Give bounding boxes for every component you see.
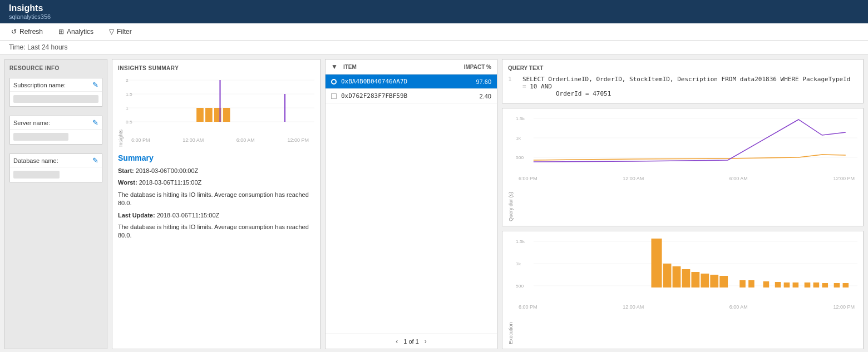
subscription-field: Subscription name: ✎: [9, 78, 102, 107]
chart-x-label-3: 6:00 AM: [236, 137, 255, 143]
main-layout: RESOURCE INFO Subscription name: ✎ Serve…: [0, 54, 868, 352]
svg-rect-41: [813, 282, 820, 287]
analytics-icon: ⊞: [58, 28, 64, 36]
svg-text:1.5k: 1.5k: [516, 239, 525, 244]
summary-section: Summary Start: 2018-03-06T00:00:00Z Wors…: [118, 151, 314, 246]
query-duration-chart: 1.5k 1k 500 6:00 PM 12:00 AM 6:00 AM 12:…: [516, 113, 857, 221]
toolbar: ↺ Refresh ⊞ Analytics ▽ Filter: [0, 23, 868, 41]
summary-worst: Worst: 2018-03-06T11:15:00Z: [118, 179, 314, 187]
svg-rect-42: [822, 283, 828, 287]
app-header: Insights sqlanalytics356: [0, 0, 868, 23]
svg-rect-8: [196, 108, 204, 122]
query-lines: SELECT OrderLineID, OrderID, StockItemID…: [522, 76, 857, 97]
svg-rect-34: [739, 280, 746, 287]
middle-panel: INSIGHTS SUMMARY Insights 2 1.5: [112, 59, 320, 349]
summary-desc1: The database is hitting its IO limits. A…: [118, 191, 314, 208]
items-header: ▼ ITEM IMPACT %: [326, 60, 497, 75]
svg-rect-36: [763, 281, 770, 287]
row-name: 0xD762F283F7FBF59B: [341, 92, 463, 100]
summary-title: Summary: [118, 153, 314, 162]
items-col-item: ITEM: [343, 64, 447, 70]
insights-panel: INSIGHTS SUMMARY Insights 2 1.5: [112, 59, 320, 349]
svg-rect-43: [834, 283, 840, 287]
query-text-content: 1 SELECT OrderLineID, OrderID, StockItem…: [508, 76, 857, 97]
svg-rect-38: [784, 282, 790, 287]
row-impact: 2.40: [463, 93, 491, 100]
chart-x-label-2: 12:00 AM: [183, 137, 204, 143]
svg-rect-31: [701, 274, 709, 287]
insights-chart: 2 1.5 1 0.5: [126, 75, 314, 136]
pagination-next[interactable]: ›: [425, 338, 427, 345]
query-duration-panel: Query dur (s) 1.5k 1k 500: [502, 108, 864, 226]
svg-rect-37: [775, 282, 781, 287]
query-line-1: SELECT OrderLineID, OrderID, StockItemID…: [522, 76, 857, 90]
right-panel: QUERY TEXT 1 SELECT OrderLineID, OrderID…: [502, 59, 864, 349]
worst-label: Worst:: [118, 179, 137, 186]
execution-chart: 1.5k 1k 500: [516, 236, 857, 344]
svg-rect-35: [748, 280, 754, 287]
svg-text:500: 500: [516, 155, 524, 160]
server-edit-icon[interactable]: ✎: [92, 118, 98, 127]
summary-desc2: The database is hitting its IO limits. A…: [118, 223, 314, 240]
svg-rect-9: [205, 108, 213, 122]
filter-button[interactable]: ▽ Filter: [107, 27, 134, 37]
insights-section-label: INSIGHTS SUMMARY: [118, 65, 314, 71]
items-list: 0xBA4B0B040746AA7D 97.60 0xD762F283F7FBF…: [326, 75, 497, 334]
row-name: 0xBA4B0B040746AA7D: [341, 78, 463, 85]
qdur-x-1: 6:00 PM: [519, 176, 537, 181]
chart-x-label-1: 6:00 PM: [131, 137, 150, 143]
svg-text:1.5k: 1.5k: [516, 116, 525, 121]
refresh-label: Refresh: [19, 28, 43, 36]
items-pagination: ‹ 1 of 1 ›: [326, 334, 497, 349]
execution-y-label: Execution: [508, 236, 514, 344]
time-label: Time: Last 24 hours: [9, 43, 68, 51]
server-label: Server name:: [13, 120, 50, 126]
svg-rect-28: [673, 266, 681, 287]
query-panel: QUERY TEXT 1 SELECT OrderLineID, OrderID…: [502, 59, 864, 103]
items-panel: ▼ ITEM IMPACT % 0xBA4B0B040746AA7D 97.60…: [325, 59, 497, 349]
subscription-edit-icon[interactable]: ✎: [92, 81, 98, 89]
database-edit-icon[interactable]: ✎: [92, 156, 98, 165]
svg-rect-29: [682, 269, 691, 287]
filter-icon: ▼: [331, 63, 338, 71]
insights-y-axis-label: Insights: [118, 130, 124, 147]
exec-x-2: 12:00 AM: [623, 304, 644, 310]
time-bar: Time: Last 24 hours: [0, 41, 868, 54]
svg-text:500: 500: [516, 284, 524, 289]
svg-rect-26: [651, 239, 662, 287]
svg-text:1: 1: [126, 106, 129, 111]
qdur-x-4: 12:00 PM: [833, 176, 855, 181]
svg-rect-32: [710, 275, 718, 287]
exec-x-1: 6:00 PM: [519, 304, 537, 310]
query-duration-y-label: Query dur (s): [508, 113, 514, 221]
svg-rect-40: [805, 282, 811, 287]
refresh-button[interactable]: ↺ Refresh: [9, 27, 45, 37]
database-field: Database name: ✎: [9, 153, 102, 182]
summary-last-update: Last Update: 2018-03-06T11:15:00Z: [118, 211, 314, 220]
svg-text:1.5: 1.5: [126, 92, 132, 97]
analytics-button[interactable]: ⊞ Analytics: [56, 27, 96, 37]
query-line-num: 1: [508, 76, 517, 97]
items-row[interactable]: 0xBA4B0B040746AA7D 97.60: [326, 75, 497, 89]
items-row[interactable]: 0xD762F283F7FBF59B 2.40: [326, 89, 497, 103]
row-impact: 97.60: [463, 78, 491, 85]
qdur-x-3: 6:00 AM: [729, 176, 748, 181]
exec-x-3: 6:00 AM: [729, 304, 748, 310]
qdur-x-2: 12:00 AM: [623, 176, 644, 181]
svg-text:1k: 1k: [516, 136, 521, 141]
svg-rect-33: [719, 276, 728, 287]
database-value: [13, 171, 60, 179]
server-field: Server name: ✎: [9, 116, 102, 145]
svg-text:1k: 1k: [516, 261, 521, 266]
database-label: Database name:: [13, 157, 58, 164]
pagination-prev[interactable]: ‹: [396, 338, 398, 345]
svg-text:0.5: 0.5: [126, 120, 132, 125]
row-indicator: [331, 79, 337, 85]
start-value: 2018-03-06T00:00:00Z: [136, 167, 199, 174]
items-col-impact: IMPACT %: [452, 64, 491, 70]
filter-label: Filter: [117, 28, 132, 36]
refresh-icon: ↺: [11, 28, 17, 36]
start-label: Start:: [118, 167, 134, 174]
exec-x-4: 12:00 PM: [833, 304, 855, 310]
worst-value: 2018-03-06T11:15:00Z: [139, 179, 202, 186]
